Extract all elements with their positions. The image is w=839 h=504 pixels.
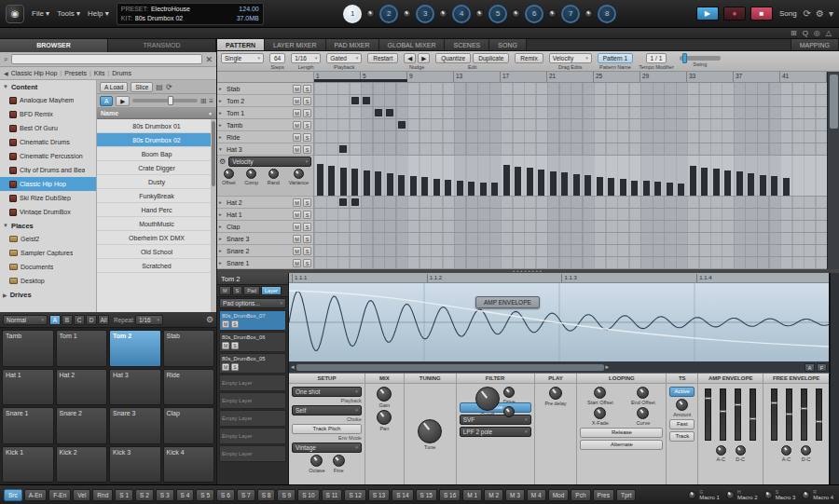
- bottom-tab-s8[interactable]: S 8: [257, 489, 276, 501]
- mute-button[interactable]: M: [293, 145, 301, 154]
- tab-layer-mixer[interactable]: LAYER MIXER: [265, 39, 326, 50]
- macro-knob[interactable]: [764, 491, 773, 499]
- end-offset-knob[interactable]: [637, 387, 649, 399]
- step-grid-row[interactable]: [314, 143, 827, 156]
- tree-header-drives[interactable]: ▶ Drives: [0, 288, 96, 301]
- menu-help[interactable]: Help ▾: [88, 9, 109, 18]
- velocity-bar[interactable]: [573, 174, 580, 196]
- velocity-bar[interactable]: [538, 170, 544, 196]
- pattern-mode-select[interactable]: Single ▾: [221, 53, 264, 63]
- velocity-bar[interactable]: [620, 179, 626, 196]
- preset-value[interactable]: ElectroHouse: [151, 5, 236, 13]
- pad-hat-3[interactable]: Hat 3: [109, 369, 161, 406]
- scroll-thumb[interactable]: [212, 121, 215, 186]
- mute-button[interactable]: M: [222, 320, 229, 328]
- track-name-cell[interactable]: ▸ClapMS: [217, 221, 314, 233]
- tree-header-places[interactable]: ▼ Places: [0, 219, 96, 232]
- solo-button[interactable]: S: [303, 121, 311, 129]
- tab-browser[interactable]: BROWSER: [0, 39, 108, 52]
- scroll-left-icon[interactable]: ◂: [291, 363, 295, 371]
- active-step[interactable]: [351, 198, 359, 206]
- pad-ride[interactable]: Ride: [163, 369, 215, 406]
- pattern-select-button[interactable]: Pattern 1: [598, 53, 633, 63]
- step-grid-row[interactable]: [314, 221, 827, 233]
- expand-arrow-icon[interactable]: ▸: [219, 110, 225, 116]
- envelope-slider[interactable]: [750, 388, 756, 441]
- tree-header-content[interactable]: ▼ Content: [0, 80, 96, 93]
- bottom-tab-tprt[interactable]: Tprt: [616, 489, 637, 501]
- waveform-ruler[interactable]: 1.1.11.1.21.1.31.1.4: [289, 273, 829, 283]
- envelope-slider[interactable]: [801, 388, 807, 441]
- remix-button[interactable]: Remix: [515, 53, 543, 63]
- step-grid-row[interactable]: [314, 119, 827, 131]
- pad-clap[interactable]: Clap: [163, 407, 215, 444]
- tab-scenes[interactable]: SCENES: [445, 39, 489, 50]
- velocity-bar[interactable]: [643, 181, 650, 196]
- swing-slider[interactable]: [680, 56, 721, 61]
- preview-play-button[interactable]: ▶: [116, 96, 130, 106]
- mute-button[interactable]: M: [293, 109, 301, 117]
- list-view-icon[interactable]: ≡: [209, 97, 213, 105]
- waveform-scrollbar[interactable]: ◂ ▸ A F: [289, 361, 829, 373]
- step-grid-row[interactable]: [314, 257, 827, 269]
- layer-slot[interactable]: 80s_DrumBox_07MS: [219, 310, 286, 331]
- amp-env-toggle-button[interactable]: A: [805, 363, 815, 372]
- solo-button[interactable]: S: [231, 342, 239, 349]
- sequencer-scrollbar[interactable]: [827, 72, 839, 269]
- vintage-mode-select[interactable]: Vintage ▾: [292, 443, 362, 453]
- tab-mapping[interactable]: MAPPING: [791, 39, 839, 50]
- bottom-tab-s13[interactable]: S 13: [368, 489, 390, 501]
- warning-triangle-icon[interactable]: △: [826, 29, 832, 38]
- comp-knob[interactable]: [246, 169, 256, 179]
- tree-item[interactable]: Best Of Guru: [0, 121, 96, 135]
- tree-item[interactable]: Analogue Mayhem: [0, 93, 96, 107]
- file-item[interactable]: Boom Bap: [97, 147, 216, 161]
- choke-select[interactable]: Self ▾: [292, 405, 362, 415]
- file-item[interactable]: Hand Perc: [97, 203, 216, 217]
- empty-layer-slot[interactable]: Empty Layer: [219, 392, 286, 409]
- playback-select[interactable]: Gated ▾: [326, 53, 362, 63]
- sync-icon[interactable]: ⟳: [804, 8, 811, 19]
- preview-volume-slider[interactable]: [132, 99, 197, 102]
- menu-file[interactable]: File ▾: [32, 9, 49, 18]
- velocity-bar[interactable]: [433, 179, 440, 196]
- bottom-tab-s5[interactable]: S 5: [196, 489, 214, 501]
- pan-knob[interactable]: [377, 410, 392, 425]
- bottom-tab-s2[interactable]: S 2: [135, 489, 154, 501]
- steps-value[interactable]: 64: [269, 53, 285, 63]
- engine-button-4[interactable]: 4: [452, 5, 471, 23]
- slider-thumb[interactable]: [735, 403, 741, 406]
- sequencer-ruler[interactable]: 1591317212529333741: [314, 72, 827, 83]
- bottom-tab-s16[interactable]: S 16: [439, 489, 461, 501]
- velocity-bar[interactable]: [410, 176, 417, 196]
- search-input[interactable]: [11, 54, 202, 64]
- velocity-bar[interactable]: [736, 171, 743, 196]
- engine-mix-knob[interactable]: [475, 9, 484, 18]
- expand-arrow-icon[interactable]: ▸: [219, 248, 225, 253]
- mute-button[interactable]: M: [293, 247, 301, 255]
- drive-knob[interactable]: [503, 387, 515, 398]
- active-step[interactable]: [398, 121, 406, 129]
- expand-arrow-icon[interactable]: ▸: [219, 236, 225, 241]
- track-name-cell[interactable]: ▸Hat 1MS: [217, 209, 314, 221]
- expand-arrow-icon[interactable]: ▸: [219, 134, 225, 140]
- duplicate-button[interactable]: Duplicate: [473, 53, 509, 63]
- bottom-tab-pch[interactable]: Pch: [571, 489, 590, 501]
- envelope-knob[interactable]: [781, 445, 791, 456]
- engine-button-7[interactable]: 7: [561, 5, 580, 23]
- step-grid-row[interactable]: [314, 131, 827, 143]
- expand-arrow-icon[interactable]: ▸: [219, 122, 225, 128]
- tree-item[interactable]: Vintage DrumBox: [0, 205, 96, 219]
- drag-edit-mode-select[interactable]: Velocity ▾: [549, 53, 592, 63]
- step-grid-row[interactable]: [314, 209, 827, 221]
- bottom-tab-m4[interactable]: M 4: [527, 489, 546, 501]
- active-step[interactable]: [339, 198, 347, 206]
- quantize-button[interactable]: Quantize: [435, 53, 471, 63]
- track-name-cell[interactable]: ▸Hat 2MS: [217, 197, 314, 209]
- mute-button[interactable]: M: [222, 342, 229, 349]
- file-item[interactable]: Oberheim DX DMX: [97, 231, 216, 245]
- velocity-bar[interactable]: [608, 178, 614, 196]
- macro-knob[interactable]: [688, 491, 696, 499]
- pad-view-button[interactable]: Pad: [243, 286, 260, 295]
- step-grid-row[interactable]: [314, 233, 827, 245]
